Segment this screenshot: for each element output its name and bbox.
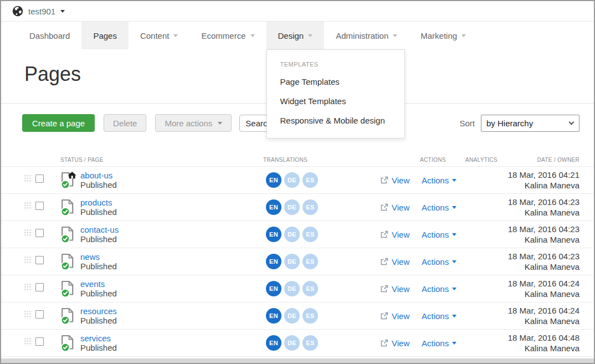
- view-link[interactable]: View: [380, 176, 409, 185]
- actions-dropdown[interactable]: Actions: [422, 257, 456, 266]
- lang-badge-en[interactable]: EN: [266, 172, 281, 188]
- lang-badge-de[interactable]: DE: [284, 308, 300, 324]
- lang-badge-en[interactable]: EN: [266, 199, 281, 215]
- external-link-icon: [380, 230, 388, 239]
- lang-badge-es[interactable]: ES: [302, 172, 318, 188]
- pages-table: STATUS / PAGE TRANSLATIONS ACTIONS ANALY…: [1, 156, 594, 357]
- nav-item-content[interactable]: Content: [129, 22, 190, 49]
- view-link[interactable]: View: [380, 284, 409, 294]
- view-link[interactable]: View: [380, 230, 409, 239]
- actions-dropdown[interactable]: Actions: [422, 176, 456, 185]
- lang-badge-de[interactable]: DE: [284, 254, 300, 269]
- row-checkbox[interactable]: [35, 256, 44, 264]
- menu-item-page-templates[interactable]: Page Templates: [267, 72, 404, 91]
- lang-badge-en[interactable]: EN: [266, 227, 281, 242]
- actions-dropdown[interactable]: Actions: [422, 339, 456, 348]
- horizontal-scrollbar[interactable]: [1, 358, 594, 363]
- nav-item-ecommerce[interactable]: Ecommerce: [189, 22, 266, 49]
- view-link[interactable]: View: [380, 339, 409, 348]
- row-checkbox[interactable]: [35, 310, 44, 319]
- date-owner-cell: 18 Mar, 2016 04:23 Kalina Maneva: [496, 197, 579, 218]
- header-status-page: STATUS / PAGE: [60, 156, 263, 163]
- nav-item-marketing[interactable]: Marketing: [409, 22, 478, 49]
- more-actions-button[interactable]: More actions: [155, 114, 232, 132]
- lang-badge-es[interactable]: ES: [302, 335, 318, 351]
- lang-badge-de[interactable]: DE: [284, 335, 300, 351]
- lang-badge-en[interactable]: EN: [266, 308, 281, 324]
- actions-dropdown[interactable]: Actions: [422, 311, 456, 321]
- drag-handle-icon[interactable]: [23, 228, 32, 237]
- nav-item-administration[interactable]: Administration: [324, 22, 409, 49]
- row-checkbox[interactable]: [35, 202, 44, 210]
- delete-button[interactable]: Delete: [104, 114, 146, 132]
- status-page-cell: about-us Published: [61, 171, 249, 190]
- status-page-cell: products Published: [61, 198, 249, 217]
- status-label: Published: [80, 207, 117, 217]
- external-link-icon: [380, 203, 388, 212]
- view-label: View: [392, 339, 409, 348]
- drag-handle-icon[interactable]: [23, 174, 32, 183]
- page-name-link[interactable]: contact-us: [80, 225, 119, 234]
- nav-item-dashboard[interactable]: Dashboard: [18, 22, 81, 49]
- page-name-link[interactable]: news: [80, 252, 117, 262]
- row-checkbox[interactable]: [35, 229, 44, 237]
- lang-badge-en[interactable]: EN: [266, 254, 281, 269]
- nav-item-pages[interactable]: Pages: [81, 22, 129, 49]
- date-owner-cell: 18 Mar, 2016 04:24 Kalina Maneva: [496, 305, 579, 326]
- drag-handle-icon[interactable]: [23, 201, 32, 210]
- lang-badge-de[interactable]: DE: [284, 281, 300, 296]
- lang-badge-en[interactable]: EN: [266, 281, 281, 296]
- drag-handle-icon[interactable]: [23, 310, 32, 319]
- page-document-icon: [61, 253, 76, 270]
- page-name-link[interactable]: services: [80, 334, 117, 343]
- view-link[interactable]: View: [380, 203, 409, 212]
- drag-handle-icon[interactable]: [23, 337, 32, 346]
- lang-badge-es[interactable]: ES: [302, 308, 318, 324]
- owner-value: Kalina Maneva: [496, 343, 579, 353]
- page-name-link[interactable]: about-us: [80, 171, 117, 180]
- nav-label: Design: [278, 31, 304, 40]
- translations-cell: EN DE ES: [266, 254, 319, 269]
- status-label: Published: [80, 289, 117, 299]
- lang-badge-es[interactable]: ES: [302, 281, 318, 296]
- chevron-down-icon: [60, 10, 65, 13]
- lang-badge-de[interactable]: DE: [284, 199, 300, 215]
- actions-dropdown[interactable]: Actions: [422, 203, 456, 212]
- drag-handle-icon[interactable]: [23, 283, 32, 291]
- lang-badge-es[interactable]: ES: [302, 227, 318, 242]
- sort-area: Sort by Hierarchy: [459, 115, 579, 132]
- lang-badge-de[interactable]: DE: [284, 227, 300, 242]
- drag-handle-icon[interactable]: [23, 255, 32, 264]
- lang-badge-en[interactable]: EN: [266, 335, 281, 351]
- row-checkbox[interactable]: [35, 283, 44, 291]
- page-name-link[interactable]: events: [80, 279, 117, 289]
- site-selector[interactable]: test901: [12, 6, 65, 17]
- view-link[interactable]: View: [380, 311, 409, 321]
- lang-badge-es[interactable]: ES: [302, 254, 318, 269]
- view-link[interactable]: View: [380, 257, 409, 266]
- page-document-icon: [61, 335, 76, 352]
- date-owner-cell: 18 Mar, 2016 04:24 Kalina Maneva: [496, 278, 579, 299]
- date-value: 18 Mar, 2016 04:23: [496, 224, 579, 234]
- lang-badge-de[interactable]: DE: [284, 172, 300, 188]
- page-name-link[interactable]: resources: [80, 306, 117, 316]
- menu-item-responsive-mobile-design[interactable]: Responsive & Mobile design: [267, 111, 404, 130]
- owner-value: Kalina Maneva: [496, 207, 579, 218]
- status-label: Published: [80, 180, 117, 190]
- sort-select[interactable]: by Hierarchy: [481, 115, 579, 132]
- view-label: View: [392, 203, 409, 212]
- pages-table-body: about-us Published EN DE ES View Actions: [1, 167, 594, 357]
- date-owner-cell: 18 Mar, 2016 04:23 Kalina Maneva: [496, 224, 579, 245]
- header-date-owner: DATE / OWNER: [531, 156, 579, 163]
- lang-badge-es[interactable]: ES: [302, 199, 318, 215]
- create-page-button[interactable]: Create a page: [22, 114, 95, 132]
- actions-dropdown[interactable]: Actions: [422, 230, 456, 239]
- chevron-down-icon: [452, 179, 456, 182]
- nav-item-design[interactable]: Design TEMPLATES Page Templates Widget T…: [266, 22, 325, 49]
- actions-dropdown[interactable]: Actions: [422, 284, 456, 294]
- page-name-link[interactable]: products: [80, 198, 117, 207]
- row-checkbox[interactable]: [35, 175, 44, 183]
- design-menu: TEMPLATES Page Templates Widget Template…: [266, 49, 405, 139]
- row-checkbox[interactable]: [35, 337, 44, 346]
- menu-item-widget-templates[interactable]: Widget Templates: [267, 91, 404, 111]
